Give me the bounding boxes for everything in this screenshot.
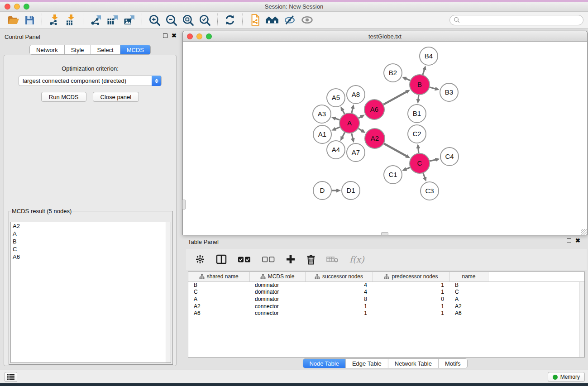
column-layout-button[interactable] bbox=[216, 254, 227, 264]
export-image-button[interactable] bbox=[121, 13, 138, 27]
close-panel-button[interactable]: Close panel bbox=[93, 92, 139, 102]
graph-node-C4[interactable]: C4 bbox=[440, 148, 459, 166]
search-box[interactable] bbox=[449, 15, 583, 25]
graph-node-C3[interactable]: C3 bbox=[421, 182, 439, 200]
graph-node-B3[interactable]: B3 bbox=[440, 83, 458, 101]
table-row[interactable]: Cdominator41C bbox=[188, 289, 584, 296]
zoom-out-button[interactable] bbox=[163, 13, 180, 27]
add-row-button[interactable] bbox=[286, 254, 296, 264]
export-network-button[interactable] bbox=[87, 13, 104, 27]
delete-row-button[interactable] bbox=[306, 254, 316, 265]
graph-edge-A-A5[interactable] bbox=[343, 110, 345, 114]
graph-node-A2[interactable]: A2 bbox=[365, 129, 385, 148]
graph-node-A[interactable]: A bbox=[339, 113, 359, 133]
graph-node-C[interactable]: C bbox=[410, 153, 430, 173]
close-panel-icon[interactable]: ✖ bbox=[172, 33, 177, 38]
graph-edge-A-A8[interactable] bbox=[352, 108, 353, 113]
mcds-result-item[interactable]: A6 bbox=[11, 253, 171, 261]
table-row[interactable]: A6connector11A6 bbox=[188, 310, 584, 317]
bottom-splitter-handle[interactable] bbox=[381, 232, 388, 235]
graph-edge-A-A3[interactable] bbox=[335, 119, 340, 120]
graph-edge-C-C1[interactable] bbox=[406, 167, 410, 169]
graph-edge-C-C2[interactable] bbox=[418, 148, 419, 153]
column-header-shared-name[interactable]: shared name bbox=[188, 272, 249, 281]
refresh-view-button[interactable] bbox=[222, 13, 238, 27]
tab-network-table[interactable]: Network Table bbox=[388, 359, 439, 368]
table-row[interactable]: Adominator80A bbox=[188, 295, 584, 303]
graph-edge-C-C3[interactable] bbox=[423, 173, 425, 178]
graph-edge-B-B2[interactable] bbox=[406, 79, 410, 81]
search-input[interactable] bbox=[460, 17, 579, 23]
graph-edge-A-A2[interactable] bbox=[359, 129, 362, 131]
graph-edge-A6-B[interactable] bbox=[383, 92, 406, 105]
show-panels-list-button[interactable] bbox=[5, 372, 17, 382]
graph-node-B[interactable]: B bbox=[410, 75, 430, 95]
apply-function-button[interactable]: f(x) bbox=[349, 254, 364, 264]
graph-node-A8[interactable]: A8 bbox=[347, 86, 365, 104]
float-panel-icon[interactable] bbox=[163, 33, 167, 38]
zoom-fit-button[interactable] bbox=[180, 13, 196, 27]
mcds-result-list[interactable]: A2ABCA6 bbox=[10, 222, 171, 363]
mcds-result-item[interactable]: B bbox=[11, 238, 171, 245]
graph-edge-A-A7[interactable] bbox=[352, 133, 353, 139]
zoom-in-button[interactable] bbox=[146, 13, 163, 27]
run-mcds-button[interactable]: Run MCDS bbox=[41, 92, 86, 102]
graph-node-C1[interactable]: C1 bbox=[384, 166, 402, 184]
mcds-result-item[interactable]: C bbox=[11, 245, 171, 253]
titlebar[interactable]: Session: New Session bbox=[0, 2, 588, 12]
left-splitter-handle[interactable] bbox=[182, 200, 186, 210]
show-all-button[interactable] bbox=[298, 14, 316, 26]
graph-edge-A-A1[interactable] bbox=[335, 127, 340, 129]
tab-node-table[interactable]: Node Table bbox=[303, 359, 346, 368]
graph-edge-B-B4[interactable] bbox=[423, 70, 425, 75]
zoom-selected-button[interactable] bbox=[196, 13, 213, 27]
graph-edge-C-C4[interactable] bbox=[430, 160, 435, 161]
resize-grip-icon[interactable] bbox=[581, 229, 587, 235]
tab-motifs[interactable]: Motifs bbox=[439, 359, 467, 368]
export-table-button[interactable] bbox=[104, 13, 121, 27]
select-all-columns-button[interactable] bbox=[238, 256, 251, 263]
graph-edge-A-A4[interactable] bbox=[342, 133, 345, 138]
graph-node-A3[interactable]: A3 bbox=[313, 105, 331, 123]
list-scrollbar[interactable] bbox=[166, 222, 171, 362]
table-settings-button[interactable] bbox=[195, 254, 205, 264]
column-header-successor-nodes[interactable]: successor nodes bbox=[305, 272, 373, 281]
graph-node-B1[interactable]: B1 bbox=[408, 105, 426, 123]
import-network-button[interactable] bbox=[46, 13, 62, 27]
optimization-criterion-select[interactable]: largest connected component (directed) bbox=[19, 76, 162, 86]
tab-edge-table[interactable]: Edge Table bbox=[346, 359, 388, 368]
mcds-result-item[interactable]: A2 bbox=[11, 222, 171, 230]
memory-button[interactable]: Memory bbox=[548, 372, 585, 382]
table-row[interactable]: Bdominator41B bbox=[188, 281, 584, 289]
new-network-from-selection-button[interactable] bbox=[247, 13, 263, 27]
network-graph[interactable]: AA1A2A3A4A5A6A7A8BB1B2B3B4CC1C2C3C4DD1 bbox=[183, 42, 587, 234]
open-session-button[interactable] bbox=[5, 14, 22, 27]
mcds-result-item[interactable]: A bbox=[11, 230, 171, 238]
graph-node-D[interactable]: D bbox=[313, 181, 331, 200]
graph-node-D1[interactable]: D1 bbox=[342, 181, 360, 200]
save-session-button[interactable] bbox=[22, 14, 38, 27]
graph-node-C2[interactable]: C2 bbox=[408, 125, 426, 143]
tab-select[interactable]: Select bbox=[91, 45, 120, 54]
deselect-all-columns-button[interactable] bbox=[262, 257, 275, 262]
graph-node-A5[interactable]: A5 bbox=[327, 89, 345, 107]
import-table-button[interactable] bbox=[62, 13, 79, 27]
graph-edge-A2-C[interactable] bbox=[384, 143, 406, 156]
graph-node-B4[interactable]: B4 bbox=[420, 47, 438, 65]
delete-table-button[interactable] bbox=[326, 255, 339, 263]
table-row[interactable]: A2connector11A2 bbox=[188, 303, 584, 310]
graph-node-A4[interactable]: A4 bbox=[327, 141, 345, 159]
column-header-MCDS-role[interactable]: MCDS role bbox=[249, 272, 305, 281]
graph-node-A1[interactable]: A1 bbox=[313, 125, 331, 143]
tab-network[interactable]: Network bbox=[30, 45, 65, 54]
float-panel-icon[interactable] bbox=[567, 238, 571, 243]
column-header-predecessor-nodes[interactable]: predecessor nodes bbox=[373, 272, 449, 281]
column-header-name[interactable]: name bbox=[449, 272, 488, 281]
tab-mcds[interactable]: MCDS bbox=[120, 45, 150, 54]
graph-node-B2[interactable]: B2 bbox=[384, 64, 402, 82]
network-window-titlebar[interactable]: testGlobe.txt bbox=[183, 31, 587, 42]
graph-edge-B-B1[interactable] bbox=[418, 95, 419, 100]
graph-edge-A-A6[interactable] bbox=[359, 117, 361, 118]
graph-node-A6[interactable]: A6 bbox=[364, 100, 384, 119]
graph-edge-B-B3[interactable] bbox=[430, 87, 435, 89]
